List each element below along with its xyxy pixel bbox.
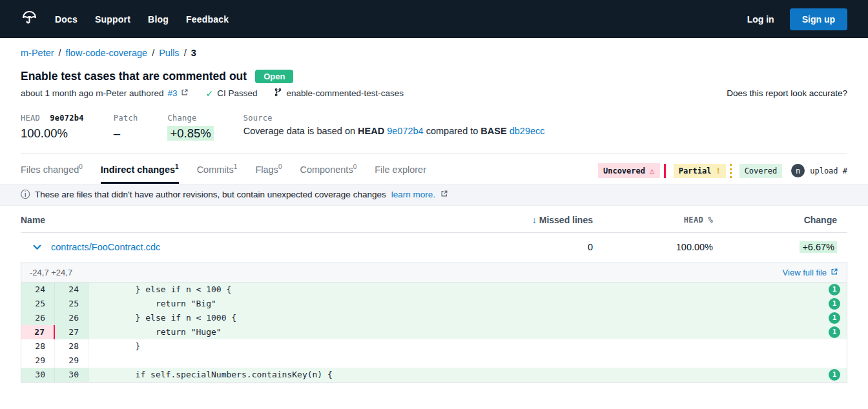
head-sha: 9e072b4 <box>50 114 84 123</box>
legend-partial-label: Partial <box>679 166 712 175</box>
view-full-file-link[interactable]: View full file <box>783 268 838 277</box>
new-line-number: 28 <box>55 339 88 354</box>
old-line-number: 29 <box>21 354 55 368</box>
column-head-percent[interactable]: HEAD % <box>601 215 723 224</box>
external-link-icon <box>440 190 448 199</box>
column-name[interactable]: Name <box>21 215 504 225</box>
missed-lines-value: 0 <box>504 242 601 252</box>
nav-link-support[interactable]: Support <box>95 14 130 25</box>
breadcrumb-separator: / <box>152 48 154 58</box>
authored-text: about 1 month ago m-Peter authored <box>21 88 163 98</box>
branch-name: enable-commented-test-cases <box>286 88 404 98</box>
source-base-sha-link[interactable]: db29ecc <box>510 126 545 136</box>
file-name-link[interactable]: contracts/FooContract.cdc <box>51 242 160 252</box>
tabs: Files changed0 Indirect changes1 Commits… <box>21 163 426 184</box>
external-link-icon <box>181 88 189 98</box>
breadcrumb-pull-number: 3 <box>191 48 196 58</box>
old-line-number: 28 <box>21 339 55 354</box>
source-head-sha-link[interactable]: 9e072b4 <box>387 126 423 136</box>
tab-components[interactable]: Components0 <box>300 163 356 184</box>
info-icon: ⓘ <box>21 189 30 201</box>
tab-files-changed[interactable]: Files changed0 <box>21 163 83 184</box>
check-icon: ✓ <box>205 88 213 99</box>
ci-status: CI Passed <box>217 88 257 98</box>
indirect-changes-banner: ⓘ These are files that didn't have autho… <box>0 184 868 206</box>
old-line-number-uncovered: 27 <box>21 325 55 339</box>
pr-number-link[interactable]: #3 <box>167 88 177 98</box>
column-change[interactable]: Change <box>723 215 847 225</box>
change-value: +0.85% <box>167 126 213 141</box>
code-line: 28 28 } <box>21 339 847 354</box>
login-link[interactable]: Log in <box>747 14 774 25</box>
legend-covered: Covered <box>739 164 783 178</box>
legend-partial: Partial ! <box>674 164 726 178</box>
breadcrumb-separator: / <box>184 48 187 58</box>
external-link-icon <box>831 268 838 277</box>
report-accuracy-prompt: Does this report look accurate? <box>727 88 847 98</box>
head-label: HEAD <box>21 114 40 123</box>
nav-links: Docs Support Blog Feedback <box>55 14 229 25</box>
patch-label: Patch <box>114 114 138 123</box>
breadcrumb: m-Peter / flow-code-coverage / Pulls / 3 <box>21 48 847 58</box>
files-table-header: Name ↓ Missed lines HEAD % Change <box>21 209 847 233</box>
legend-covered-label: Covered <box>745 166 778 175</box>
source-base-word: BASE <box>480 126 506 136</box>
page-title: Enable test cases that are commented out <box>21 70 247 83</box>
legend-uncovered: Uncovered ⚠ <box>598 163 660 178</box>
tab-file-explorer[interactable]: File explorer <box>375 163 426 184</box>
codecov-logo[interactable] <box>21 9 38 29</box>
source-text-1: Coverage data is based on <box>243 126 355 136</box>
file-cell: contracts/FooContract.cdc <box>21 242 504 252</box>
tabs-row: Files changed0 Indirect changes1 Commits… <box>21 163 847 184</box>
upload-count-badge[interactable]: 1 <box>829 284 840 295</box>
code-text: if self.specialNumbers.containsKey(n) { <box>88 368 847 382</box>
upload-count-badge[interactable]: 1 <box>829 298 840 310</box>
diff-header: -24,7 +24,7 View full file <box>21 263 847 283</box>
code-line: 24 24 } else if n < 100 { 1 <box>21 283 847 297</box>
change-value: +6.67% <box>800 241 837 253</box>
banner-text: These are files that didn't have author … <box>35 190 386 199</box>
code-line: 25 25 return "Big" 1 <box>21 297 847 311</box>
partial-mark-icon: ! <box>716 166 720 175</box>
code-text <box>88 354 847 368</box>
hunk-header: -24,7 +24,7 <box>30 268 72 277</box>
code-text: return "Huge" <box>88 325 847 339</box>
status-badge: Open <box>255 70 293 83</box>
git-branch-icon <box>274 88 282 99</box>
nav-link-docs[interactable]: Docs <box>55 14 78 25</box>
nav-link-feedback[interactable]: Feedback <box>186 14 229 25</box>
code-diff-panel: -24,7 +24,7 View full file 24 24 } else … <box>21 263 847 383</box>
source-label: Source <box>243 114 545 123</box>
column-missed-lines[interactable]: ↓ Missed lines <box>504 215 601 225</box>
breadcrumb-pulls[interactable]: Pulls <box>159 48 179 58</box>
source-head-word: HEAD <box>358 126 384 136</box>
new-line-number: 25 <box>55 297 88 311</box>
code-text: } else if n < 100 { <box>88 283 847 297</box>
head-percent-value: 100.00% <box>601 242 723 252</box>
learn-more-link[interactable]: learn more. <box>391 190 435 199</box>
nav-link-blog[interactable]: Blog <box>148 14 169 25</box>
chevron-down-icon[interactable] <box>33 242 41 252</box>
upload-count-badge[interactable]: 1 <box>829 312 840 324</box>
upload-count-badge[interactable]: 1 <box>829 369 840 381</box>
upload-count-badge[interactable]: 1 <box>829 326 840 338</box>
signup-button[interactable]: Sign up <box>790 8 847 30</box>
code-line: 30 30 if self.specialNumbers.containsKey… <box>21 368 847 382</box>
patch-value: – <box>114 126 138 141</box>
head-coverage-value: 100.00% <box>21 126 84 141</box>
source-description: Coverage data is based on HEAD 9e072b4 c… <box>243 126 545 136</box>
tab-indirect-changes[interactable]: Indirect changes1 <box>101 163 179 184</box>
new-line-number: 30 <box>55 368 88 382</box>
stat-source: Source Coverage data is based on HEAD 9e… <box>243 114 545 141</box>
upload-label: upload # <box>810 166 847 175</box>
coverage-stats: HEAD 9e072b4 100.00% Patch – Change +0.8… <box>21 114 847 154</box>
breadcrumb-separator: / <box>59 48 61 58</box>
partial-bar-swatch <box>730 164 732 178</box>
new-line-number: 24 <box>55 283 88 297</box>
tab-commits[interactable]: Commits1 <box>197 163 238 184</box>
breadcrumb-owner[interactable]: m-Peter <box>21 48 54 58</box>
breadcrumb-repo[interactable]: flow-code-coverage <box>66 48 148 58</box>
old-line-number: 25 <box>21 297 55 311</box>
top-navbar: Docs Support Blog Feedback Log in Sign u… <box>0 0 868 38</box>
tab-flags[interactable]: Flags0 <box>255 163 282 184</box>
